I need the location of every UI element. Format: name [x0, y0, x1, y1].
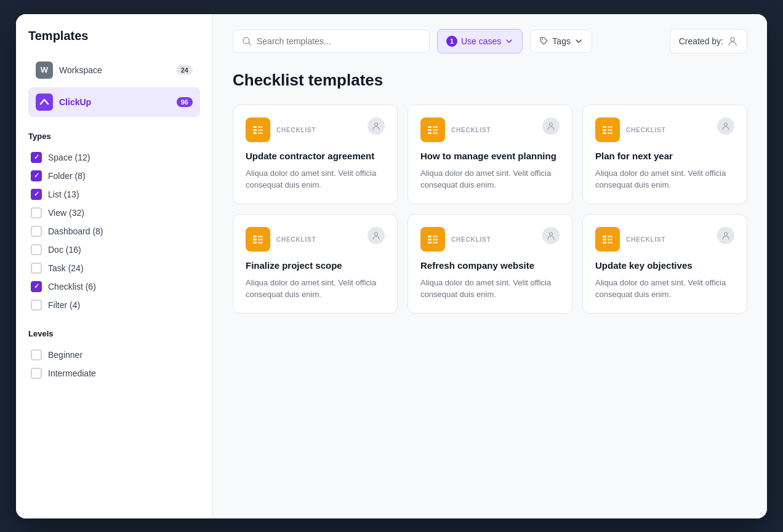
svg-rect-24	[253, 236, 257, 237]
card-header-2: CHECKLIST	[595, 117, 734, 142]
sidebar-item-clickup[interactable]: ClickUp 96	[28, 87, 200, 117]
svg-rect-28	[253, 242, 257, 244]
template-card-2[interactable]: CHECKLIST Plan for next year Aliqua dolo…	[582, 105, 747, 204]
card-avatar-4	[542, 227, 560, 244]
svg-rect-3	[253, 126, 257, 128]
level-item-beginner[interactable]: Beginner	[28, 346, 200, 364]
card-icon-wrap-5: CHECKLIST	[595, 227, 665, 252]
svg-rect-13	[433, 129, 438, 131]
svg-point-9	[375, 123, 378, 126]
card-avatar-1	[542, 117, 560, 135]
svg-rect-43	[608, 242, 612, 244]
card-desc-0: Aliqua dolor do amet sint. Velit officia…	[246, 167, 385, 191]
svg-rect-32	[433, 236, 438, 237]
use-cases-filter-button[interactable]: 1 Use cases	[437, 29, 523, 54]
card-type-label-0: CHECKLIST	[276, 125, 316, 133]
template-card-3[interactable]: CHECKLIST Finalize project scope Aliqua …	[233, 214, 398, 314]
svg-point-2	[731, 38, 734, 41]
sidebar-item-workspace[interactable]: W Workspace 24	[28, 55, 200, 85]
card-type-label-4: CHECKLIST	[451, 235, 491, 243]
level-label-beginner: Beginner	[48, 350, 82, 360]
card-desc-4: Aliqua dolor do amet sint. Velit officia…	[420, 277, 560, 301]
checklist-icon-2	[595, 117, 620, 142]
svg-rect-41	[608, 239, 612, 240]
card-title-1: How to manage event planning	[420, 149, 560, 162]
card-icon-wrap-4: CHECKLIST	[420, 227, 491, 252]
card-title-4: Refresh company website	[420, 259, 560, 272]
svg-rect-33	[428, 239, 432, 240]
type-checkbox-view[interactable]	[31, 207, 42, 218]
svg-point-44	[725, 232, 728, 236]
level-checkbox-beginner[interactable]	[31, 349, 42, 360]
svg-rect-8	[258, 132, 263, 134]
checklist-icon-3	[246, 227, 270, 252]
template-card-4[interactable]: CHECKLIST Refresh company website Aliqua…	[408, 214, 572, 314]
type-label-list: List (13)	[48, 189, 79, 199]
card-title-0: Update contractor agreement	[246, 149, 385, 162]
level-item-intermediate[interactable]: Intermediate	[28, 364, 200, 383]
svg-rect-26	[253, 239, 257, 240]
card-type-label-1: CHECKLIST	[451, 125, 491, 133]
card-type-label-5: CHECKLIST	[626, 235, 665, 243]
svg-rect-7	[253, 132, 257, 134]
type-checkbox-task[interactable]	[31, 263, 42, 274]
svg-rect-34	[433, 239, 438, 240]
card-header-4: CHECKLIST	[420, 227, 560, 252]
card-icon-wrap-0: CHECKLIST	[246, 117, 316, 142]
clickup-icon	[36, 93, 53, 111]
svg-rect-31	[428, 236, 432, 237]
type-checkbox-folder[interactable]	[31, 170, 42, 181]
card-title-3: Finalize project scope	[246, 259, 385, 272]
search-box[interactable]	[233, 30, 430, 53]
svg-rect-18	[608, 126, 612, 128]
template-card-5[interactable]: CHECKLIST Update key objectives Aliqua d…	[582, 214, 747, 314]
type-checkbox-doc[interactable]	[31, 244, 42, 255]
type-item-checklist[interactable]: Checklist (6)	[28, 277, 200, 296]
type-item-doc[interactable]: Doc (16)	[28, 240, 200, 259]
card-header-1: CHECKLIST	[420, 117, 560, 142]
type-item-list[interactable]: List (13)	[28, 185, 200, 204]
svg-point-23	[725, 123, 728, 126]
chevron-down-icon-tags	[574, 37, 583, 46]
type-item-filter[interactable]: Filter (4)	[28, 296, 200, 314]
card-icon-wrap-1: CHECKLIST	[420, 117, 491, 142]
type-checkbox-space[interactable]	[31, 152, 42, 163]
svg-rect-20	[608, 129, 612, 131]
svg-rect-40	[603, 239, 606, 240]
card-title-5: Update key objectives	[595, 259, 734, 272]
level-checkbox-intermediate[interactable]	[31, 368, 42, 379]
type-checkbox-filter[interactable]	[31, 300, 42, 311]
type-item-folder[interactable]: Folder (8)	[28, 167, 200, 185]
tags-filter-button[interactable]: Tags	[530, 30, 592, 53]
card-icon-wrap-2: CHECKLIST	[595, 117, 665, 142]
template-card-1[interactable]: CHECKLIST How to manage event planning A…	[408, 105, 572, 204]
type-checkbox-dashboard[interactable]	[31, 226, 42, 237]
type-checkbox-list[interactable]	[31, 189, 42, 200]
svg-point-1	[542, 39, 543, 40]
card-header-3: CHECKLIST	[246, 227, 385, 252]
created-by-button[interactable]: Created by:	[670, 29, 747, 54]
svg-point-37	[550, 232, 553, 236]
type-item-task[interactable]: Task (24)	[28, 259, 200, 277]
card-desc-2: Aliqua dolor do amet sint. Velit officia…	[595, 167, 734, 191]
workspace-icon: W	[36, 62, 53, 79]
checklist-icon-5	[595, 227, 620, 252]
template-card-0[interactable]: CHECKLIST Update contractor agreement Al…	[233, 105, 398, 204]
type-label-doc: Doc (16)	[48, 245, 81, 255]
svg-rect-22	[608, 132, 612, 134]
type-checkbox-checklist[interactable]	[31, 281, 42, 292]
svg-rect-42	[603, 242, 606, 244]
level-label-intermediate: Intermediate	[48, 368, 96, 378]
svg-rect-10	[428, 126, 432, 128]
type-item-space[interactable]: Space (12)	[28, 148, 200, 167]
type-label-dashboard: Dashboard (8)	[48, 226, 103, 236]
type-item-view[interactable]: View (32)	[28, 204, 200, 222]
search-icon	[242, 36, 252, 46]
svg-rect-6	[258, 129, 263, 131]
type-item-dashboard[interactable]: Dashboard (8)	[28, 222, 200, 240]
types-section-title: Types	[28, 132, 200, 141]
svg-rect-38	[603, 236, 606, 237]
page-heading: Checklist templates	[233, 71, 747, 90]
search-input[interactable]	[257, 36, 420, 46]
svg-rect-15	[433, 132, 438, 134]
